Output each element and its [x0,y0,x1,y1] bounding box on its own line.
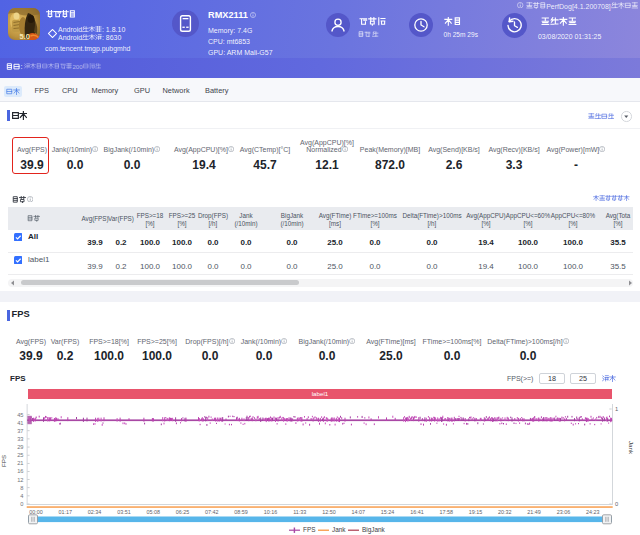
svg-text:12:50: 12:50 [322,509,336,515]
svg-text:03:51: 03:51 [117,509,131,515]
svg-text:29: 29 [17,444,23,450]
svg-text:07:42: 07:42 [205,509,219,515]
svg-text:BigJank: BigJank [362,526,386,534]
svg-text:33: 33 [17,436,23,442]
svg-text:24:23: 24:23 [586,509,600,515]
svg-text:00:00: 00:00 [29,509,43,515]
svg-text:16:41: 16:41 [410,509,424,515]
svg-text:14:07: 14:07 [352,509,366,515]
svg-text:05:08: 05:08 [146,509,160,515]
svg-text:11:33: 11:33 [293,509,306,515]
svg-text:16: 16 [17,468,23,474]
svg-text:0: 0 [615,501,618,507]
svg-text:19:15: 19:15 [469,509,483,515]
svg-text:10:16: 10:16 [264,509,278,515]
svg-text:0: 0 [20,501,23,507]
svg-text:12: 12 [17,477,23,483]
svg-text:4: 4 [20,493,23,499]
svg-text:FPS: FPS [0,455,7,467]
svg-text:17:58: 17:58 [439,509,453,515]
svg-text:21:49: 21:49 [527,509,541,515]
svg-text:01:17: 01:17 [59,509,73,515]
svg-text:06:25: 06:25 [176,509,190,515]
svg-text:41: 41 [17,420,23,426]
svg-text:37: 37 [17,428,23,434]
svg-text:8: 8 [20,485,23,491]
svg-text:20:32: 20:32 [498,509,512,515]
svg-text:5.0: 5.0 [19,32,29,41]
svg-text:08:59: 08:59 [234,509,248,515]
svg-text:1: 1 [615,406,618,412]
svg-text:Jank: Jank [332,526,346,533]
svg-text:45: 45 [17,412,23,418]
svg-text:FPS: FPS [303,526,315,533]
svg-text:21: 21 [17,460,23,466]
svg-text:23:06: 23:06 [557,509,571,515]
svg-text:02:34: 02:34 [88,509,102,515]
svg-text:Jank: Jank [628,441,635,455]
svg-text:25: 25 [17,452,23,458]
svg-text:15:24: 15:24 [381,509,395,515]
